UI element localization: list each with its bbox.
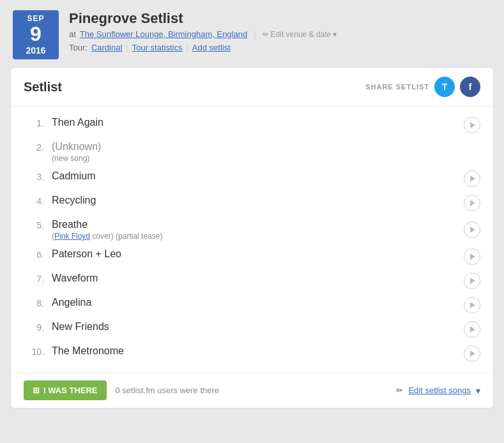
song-name: Breathe xyxy=(52,219,457,230)
tour-sep1: | xyxy=(126,43,128,52)
share-facebook-button[interactable]: f xyxy=(460,77,480,97)
share-area: SHARE SETLIST T f xyxy=(365,77,480,97)
edit-venue-button[interactable]: ✏ Edit venue & date ▾ xyxy=(263,30,337,39)
song-info: The Metronome xyxy=(52,345,457,357)
card-header: Setlist SHARE SETLIST T f xyxy=(11,68,493,107)
song-name: Angelina xyxy=(52,297,457,308)
was-there-label: I WAS THERE xyxy=(43,386,98,395)
song-subtitle: (Pink Floyd cover) (partial tease) xyxy=(52,232,457,241)
song-number: 7. xyxy=(24,273,44,284)
play-icon xyxy=(470,122,475,128)
date-day: 9 xyxy=(19,23,52,45)
song-name: Then Again xyxy=(52,117,457,128)
tour-sep2: | xyxy=(186,43,188,52)
venue-line: at The Sunflower Lounge, Birmingham, Eng… xyxy=(69,29,491,39)
play-icon xyxy=(470,302,475,308)
tour-cardinal-link[interactable]: Cardinal xyxy=(91,43,122,52)
song-info: (Unknown)(new song) xyxy=(52,141,480,163)
setlist-body: 1.Then Again2.(Unknown)(new song)3.Cadmi… xyxy=(11,107,493,372)
edit-songs-chevron: ▾ xyxy=(476,386,480,396)
play-icon xyxy=(470,253,475,260)
play-icon xyxy=(470,350,475,357)
table-row: 3.Cadmium xyxy=(11,167,493,191)
song-number: 2. xyxy=(24,141,44,153)
venue-link[interactable]: The Sunflower Lounge, Birmingham, Englan… xyxy=(80,29,247,39)
table-row: 7.Waveform xyxy=(11,269,493,293)
edit-songs-button[interactable]: Edit setlist songs xyxy=(408,386,471,395)
add-setlist-link[interactable]: Add setlist xyxy=(192,43,231,52)
table-row: 8.Angelina xyxy=(11,293,493,317)
pencil-icon: ✏ xyxy=(263,30,269,39)
edit-venue-label: Edit venue & date xyxy=(271,30,332,39)
attendees-text: 0 setlist.fm users were there xyxy=(116,386,220,395)
plus-icon: ⊞ xyxy=(33,386,40,395)
play-button[interactable] xyxy=(464,248,480,265)
was-there-button[interactable]: ⊞ I WAS THERE xyxy=(24,380,107,400)
table-row: 4.Recycling xyxy=(11,191,493,215)
song-number: 4. xyxy=(24,195,44,206)
song-name: Waveform xyxy=(52,273,457,284)
table-row: 2.(Unknown)(new song) xyxy=(11,137,493,167)
venue-prefix: at xyxy=(69,29,76,39)
header-info: Pinegrove Setlist at The Sunflower Loung… xyxy=(69,10,491,52)
song-number: 10. xyxy=(24,345,44,357)
song-name: Paterson + Leo xyxy=(52,248,457,260)
setlist-title: Setlist xyxy=(24,80,62,94)
play-button[interactable] xyxy=(464,345,480,362)
play-button[interactable] xyxy=(464,117,480,133)
date-year: 2016 xyxy=(19,45,52,56)
play-button[interactable] xyxy=(464,321,480,338)
song-number: 1. xyxy=(24,117,44,128)
footer-left: ⊞ I WAS THERE 0 setlist.fm users were th… xyxy=(24,380,219,400)
pencil-edit-icon: ✏ xyxy=(396,386,403,395)
play-icon xyxy=(470,326,475,333)
song-info: Cadmium xyxy=(52,170,457,182)
chevron-icon: ▾ xyxy=(333,30,337,39)
play-icon xyxy=(470,176,475,182)
tour-statistics-link[interactable]: Tour statistics xyxy=(132,43,183,52)
date-month: SEP xyxy=(19,14,52,23)
song-name: New Friends xyxy=(52,321,457,333)
song-number: 9. xyxy=(24,321,44,333)
footer-right: ✏ Edit setlist songs ▾ xyxy=(396,386,480,396)
song-name: Cadmium xyxy=(52,170,457,182)
song-info: Waveform xyxy=(52,273,457,284)
song-subtitle: (new song) xyxy=(52,154,480,163)
setlist-card: Setlist SHARE SETLIST T f 1.Then Again2.… xyxy=(10,67,494,409)
play-button[interactable] xyxy=(464,297,480,313)
play-button[interactable] xyxy=(464,222,480,238)
table-row: 9.New Friends xyxy=(11,317,493,342)
table-row: 5.Breathe(Pink Floyd cover) (partial tea… xyxy=(11,215,493,244)
song-number: 5. xyxy=(24,219,44,230)
song-info: Angelina xyxy=(52,297,457,308)
tour-label: Tour: xyxy=(69,43,88,52)
play-button[interactable] xyxy=(464,273,480,289)
song-name: (Unknown) xyxy=(52,141,480,153)
table-row: 10.The Metronome xyxy=(11,342,493,366)
play-icon xyxy=(470,278,475,284)
play-button[interactable] xyxy=(464,170,480,187)
separator: | xyxy=(254,29,256,39)
song-info: Then Again xyxy=(52,117,457,128)
play-icon xyxy=(470,200,475,206)
song-info: New Friends xyxy=(52,321,457,333)
cover-artist-link[interactable]: Pink Floyd xyxy=(54,232,90,241)
play-icon xyxy=(470,227,475,233)
tour-line: Tour: Cardinal | Tour statistics | Add s… xyxy=(69,43,491,52)
song-number: 8. xyxy=(24,297,44,308)
play-button[interactable] xyxy=(464,195,480,211)
song-number: 6. xyxy=(24,248,44,260)
card-footer: ⊞ I WAS THERE 0 setlist.fm users were th… xyxy=(11,372,493,408)
date-badge: SEP 9 2016 xyxy=(13,10,59,59)
share-twitter-button[interactable]: T xyxy=(434,77,455,97)
table-row: 6.Paterson + Leo xyxy=(11,244,493,269)
song-info: Recycling xyxy=(52,195,457,206)
song-name: The Metronome xyxy=(52,345,457,357)
song-info: Breathe(Pink Floyd cover) (partial tease… xyxy=(52,219,457,241)
song-name: Recycling xyxy=(52,195,457,206)
share-label: SHARE SETLIST xyxy=(365,83,429,91)
table-row: 1.Then Again xyxy=(11,113,493,137)
page-header: SEP 9 2016 Pinegrove Setlist at The Sunf… xyxy=(0,0,504,67)
song-info: Paterson + Leo xyxy=(52,248,457,260)
song-number: 3. xyxy=(24,170,44,182)
